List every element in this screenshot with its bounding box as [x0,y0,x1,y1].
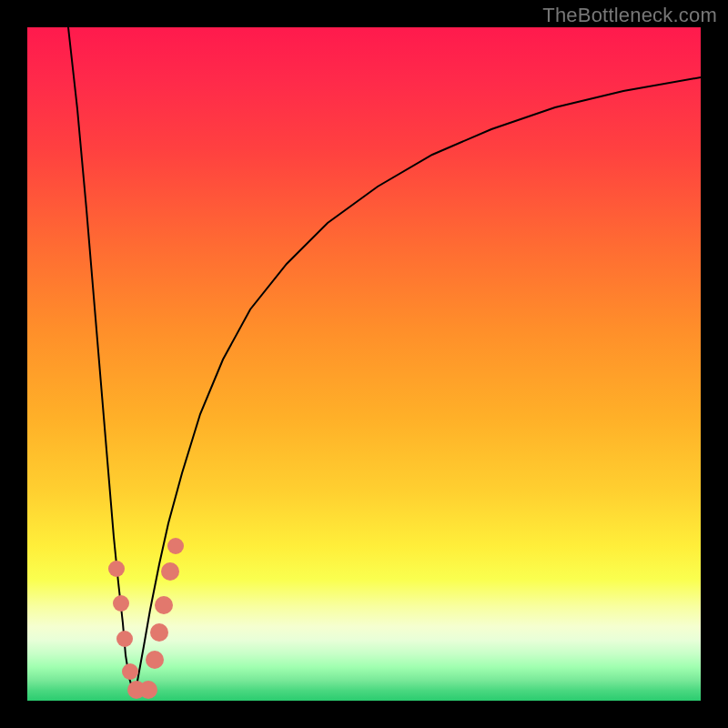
data-marker [139,681,157,699]
data-markers [108,538,184,699]
data-marker [155,596,173,614]
data-marker [113,595,129,612]
chart-frame: TheBottleneck.com [0,0,728,728]
data-marker [122,663,138,680]
data-marker [167,538,184,554]
plot-area [27,27,701,701]
data-marker [108,561,125,577]
data-marker [150,623,168,642]
watermark-text: TheBottleneck.com [542,4,717,27]
bottleneck-curve-right [135,77,701,696]
data-marker [116,631,133,647]
data-marker [146,651,164,669]
curve-svg [27,27,701,701]
bottleneck-curve-left [68,27,135,696]
data-marker [161,562,179,581]
